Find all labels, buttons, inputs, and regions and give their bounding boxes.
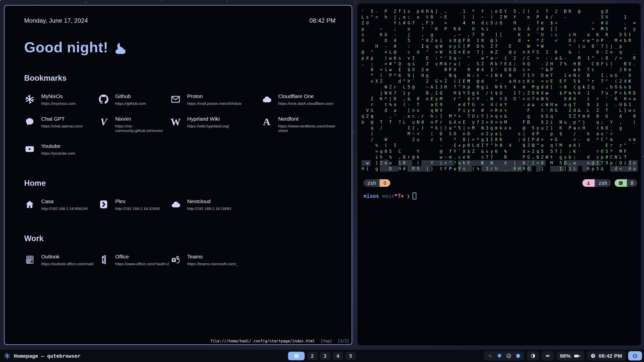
window-count-indicator[interactable]: 8	[615, 179, 637, 187]
envelope-icon	[170, 94, 181, 105]
outlook-icon	[24, 254, 35, 265]
wikipedia-w-icon: W	[170, 116, 181, 127]
bookmark-name: Nixvim	[115, 116, 170, 122]
section-home: HomeCasahttp://192.168.2.16:8081/#/Plexh…	[24, 179, 336, 211]
system-tray[interactable]	[484, 351, 524, 360]
bookmark-item[interactable]: Nextcloudhttp://192.168.2.16:10081	[170, 198, 261, 211]
bookmark-name: Outlook	[41, 254, 94, 260]
cloud-icon	[261, 94, 272, 105]
cloud-icon	[170, 199, 181, 210]
statusbar-url: file:///home/hadi/.config/startpage/inde…	[210, 339, 315, 343]
bluetooth-icon[interactable]	[515, 353, 521, 358]
bookmark-url: https://outlook.office.com/mail/	[41, 262, 94, 266]
bookmark-item[interactable]: Githubhttps://github.com	[98, 93, 170, 106]
bookmark-name: Chat GPT	[41, 116, 83, 122]
half-circle-icon	[530, 353, 536, 358]
bookmark-name: Office	[115, 254, 169, 260]
bookmark-item[interactable]: Chat GPThttps://chat.openai.com/	[24, 116, 98, 133]
bookmark-name: Plex	[115, 198, 160, 204]
workspace-button-1[interactable]	[288, 352, 305, 360]
prompt-git-branch: main*?+	[382, 193, 404, 199]
letter-a-icon: A	[261, 116, 272, 127]
section-bookmarks: BookmarksMyNixOshttps://mynixos.comGithu…	[24, 74, 336, 156]
section-title: Home	[24, 179, 336, 188]
qutebrowser-statusbar: file:///home/hadi/.config/startpage/inde…	[210, 339, 349, 343]
bookmark-url: https://github.com	[115, 101, 146, 106]
bookmark-item[interactable]: Youtubehttps://youtube.com	[24, 143, 98, 156]
plex-icon	[98, 199, 109, 210]
user-icon	[582, 179, 595, 187]
speaker-icon	[545, 353, 550, 358]
bookmark-url: https://youtube.com	[41, 151, 75, 156]
night-light-module[interactable]	[527, 351, 539, 360]
cloud-moon-icon	[113, 42, 127, 55]
qutebrowser-window: Monday, June 17, 2024 08:42 PM Good nigh…	[4, 5, 352, 345]
chat-bubble-icon	[24, 116, 35, 127]
terminal-cursor	[413, 193, 416, 199]
kdeconnect-icon[interactable]	[488, 353, 493, 358]
battery-charging-icon	[574, 353, 581, 359]
prompt-git-status: *?+	[394, 193, 404, 199]
bar-right-modules: 98% 08:42 PM	[484, 350, 642, 362]
bookmark-name: Cloudflare One	[278, 93, 334, 99]
bookmark-item[interactable]: ANerdfonthttps://www.nerdfonts.com/cheat…	[261, 116, 336, 133]
matrix-rain: ' 5- P Zf1s pKH$]_, _1 * f ;oEt 5.[( c T…	[361, 9, 638, 172]
workspace-button-2[interactable]: 2	[307, 352, 317, 360]
bookmark-name: Github	[115, 93, 146, 99]
bookmark-url: https://www.office.com/?auth=2	[115, 262, 169, 266]
bookmark-item[interactable]: Plexhttp://192.168.2.16:32400	[98, 198, 170, 211]
github-icon	[98, 94, 109, 105]
status-bar: Homepage — qutebrowser 2345 98% 08:42 PM	[0, 350, 644, 362]
date-label: Monday, June 17, 2024	[24, 17, 88, 24]
bookmark-url: https://one.dash.cloudflare.com/	[278, 101, 334, 106]
check-circle-icon[interactable]	[506, 353, 511, 358]
prompt-host: nixos	[364, 193, 379, 199]
window-count: 8	[627, 179, 637, 187]
tab-index-badge: 0	[380, 179, 390, 187]
bookmark-item[interactable]: Cloudflare Onehttps://one.dash.cloudflar…	[261, 93, 336, 106]
workspace-button-3[interactable]: 3	[320, 352, 330, 360]
youtube-icon	[24, 144, 35, 155]
bookmark-item[interactable]: Protonhttps://mail.proton.me/u/0/inbox	[170, 93, 261, 106]
bookmark-name: Nextcloud	[187, 198, 232, 204]
bookmark-name: Youtube	[41, 143, 75, 149]
bookmark-name: Proton	[187, 93, 242, 99]
bookmark-url: http://192.168.2.16:8081/#/	[41, 206, 88, 211]
terminal-icon	[615, 179, 627, 187]
bookmark-url: https://www.nerdfonts.com/cheat-sheet	[278, 124, 336, 133]
greeting: Good night!	[24, 39, 336, 56]
bookmark-item[interactable]: MyNixOshttps://mynixos.com	[24, 93, 98, 106]
bookmark-url: http://192.168.2.16:10081	[187, 206, 232, 211]
office-icon	[98, 254, 109, 265]
bookmark-item[interactable]: VNixvimhttps://nix-community.github.io/n…	[98, 116, 170, 133]
tab-counter: [1/1]	[338, 339, 349, 343]
terminal-tab-zsh[interactable]: zsh 0	[364, 179, 390, 187]
bookmark-item[interactable]: Casahttp://192.168.2.16:8081/#/	[24, 198, 98, 211]
power-icon	[632, 353, 638, 358]
battery-percent: 98%	[560, 353, 571, 359]
bookmark-name: MyNixOs	[41, 93, 76, 99]
clock-module[interactable]: 08:42 PM	[587, 351, 626, 360]
bookmark-item[interactable]: Officehttps://www.office.com/?auth=2	[98, 254, 170, 266]
bookmark-item[interactable]: Teamshttps://teams.microsoft.com/_	[170, 254, 261, 266]
bookmark-item[interactable]: Outlookhttps://outlook.office.com/mail/	[24, 254, 98, 266]
bookmark-item[interactable]: WHyprland Wikihttps://wiki.hyprland.org/	[170, 116, 261, 133]
workspace-button-5[interactable]: 5	[345, 352, 356, 360]
session-indicator[interactable]: zsh	[582, 179, 611, 187]
startpage-sections: BookmarksMyNixOshttps://mynixos.comGithu…	[24, 74, 336, 266]
teams-icon	[170, 254, 181, 265]
bookmark-url: https://mail.proton.me/u/0/inbox	[187, 101, 242, 106]
battery-module[interactable]: 98%	[556, 351, 584, 360]
prompt-symbol: ❯	[407, 193, 410, 199]
tab-label: zsh	[364, 179, 380, 187]
bookmark-url: https://nix-community.github.io/nixvim/	[115, 124, 170, 133]
volume-module[interactable]	[542, 351, 554, 360]
home-icon	[24, 199, 35, 210]
workspace-button-4[interactable]: 4	[333, 352, 343, 360]
bookmark-url: http://192.168.2.16:32400	[115, 206, 160, 211]
shell-prompt[interactable]: nixos main*?+ ❯	[364, 193, 416, 199]
power-button[interactable]	[628, 351, 642, 360]
bookmark-name: Casa	[41, 198, 88, 204]
bookmark-url: https://wiki.hyprland.org/	[187, 124, 229, 128]
shield-icon[interactable]	[497, 353, 502, 358]
